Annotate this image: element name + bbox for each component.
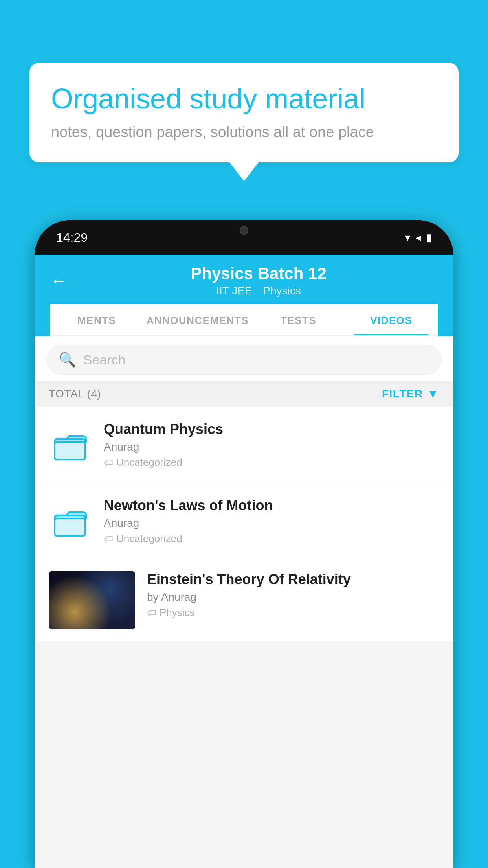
thumbnail-bg xyxy=(49,571,135,629)
video-title: Quantum Physics xyxy=(104,421,439,438)
phone-notch xyxy=(220,220,268,241)
back-button[interactable]: ← xyxy=(50,271,68,291)
video-tag: 🏷 Uncategorized xyxy=(104,456,439,469)
video-info-3: Einstein's Theory Of Relativity by Anura… xyxy=(147,571,439,619)
tab-videos[interactable]: VIDEOS xyxy=(345,304,438,335)
tab-tests[interactable]: TESTS xyxy=(252,304,345,335)
folder-icon xyxy=(53,427,88,463)
video-author: Anurag xyxy=(104,517,439,530)
tab-ments[interactable]: MENTS xyxy=(50,304,143,335)
speech-bubble: Organised study material notes, question… xyxy=(29,63,459,162)
batch-subtitle: IIT JEE Physics xyxy=(79,285,438,297)
batch-subject: Physics xyxy=(263,285,301,297)
video-author: by Anurag xyxy=(147,591,439,603)
speech-bubble-title: Organised study material xyxy=(51,83,437,115)
video-info-1: Quantum Physics Anurag 🏷 Uncategorized xyxy=(104,421,439,469)
tag-label: Uncategorized xyxy=(116,456,182,469)
status-icons: ▾ ◂ ▮ xyxy=(405,232,432,244)
header-title-area: Physics Batch 12 IIT JEE Physics xyxy=(79,264,438,297)
batch-category: IIT JEE xyxy=(216,285,252,297)
signal-icon: ◂ xyxy=(416,232,421,244)
tag-icon: 🏷 xyxy=(104,457,113,468)
filter-button[interactable]: FILTER ▼ xyxy=(382,387,439,401)
search-bar-container: 🔍 Search xyxy=(35,336,453,381)
speech-bubble-subtitle: notes, question papers, solutions all at… xyxy=(51,124,437,141)
tab-bar: MENTS ANNOUNCEMENTS TESTS VIDEOS xyxy=(50,304,438,336)
filter-icon: ▼ xyxy=(427,387,439,401)
list-item[interactable]: Einstein's Theory Of Relativity by Anura… xyxy=(35,559,453,641)
status-time: 14:29 xyxy=(56,230,88,245)
tab-announcements[interactable]: ANNOUNCEMENTS xyxy=(143,304,252,335)
list-item[interactable]: Quantum Physics Anurag 🏷 Uncategorized xyxy=(35,407,453,483)
folder-thumb-1 xyxy=(49,423,92,467)
tag-icon: 🏷 xyxy=(104,533,113,544)
video-info-2: Newton's Laws of Motion Anurag 🏷 Uncateg… xyxy=(104,497,439,545)
video-list: Quantum Physics Anurag 🏷 Uncategorized xyxy=(35,407,453,641)
video-title: Einstein's Theory Of Relativity xyxy=(147,571,439,588)
filter-label: FILTER xyxy=(382,388,423,400)
folder-icon xyxy=(53,504,88,539)
search-bar[interactable]: 🔍 Search xyxy=(46,345,442,375)
search-placeholder: Search xyxy=(83,352,126,368)
phone-frame: 14:29 ▾ ◂ ▮ ← Physics Batch 12 IIT JEE P… xyxy=(35,220,453,868)
video-tag: 🏷 Physics xyxy=(147,607,439,619)
battery-icon: ▮ xyxy=(426,232,432,244)
app-screen: ← Physics Batch 12 IIT JEE Physics MENTS… xyxy=(35,255,453,868)
status-bar: 14:29 ▾ ◂ ▮ xyxy=(35,220,453,255)
tag-label: Physics xyxy=(160,607,195,619)
tag-label: Uncategorized xyxy=(116,533,182,545)
total-count: TOTAL (4) xyxy=(49,388,101,400)
camera-dot xyxy=(240,226,248,235)
app-header: ← Physics Batch 12 IIT JEE Physics MENTS… xyxy=(35,255,453,336)
batch-title: Physics Batch 12 xyxy=(79,264,438,283)
search-icon: 🔍 xyxy=(59,351,76,368)
video-author: Anurag xyxy=(104,441,439,453)
filter-bar: TOTAL (4) FILTER ▼ xyxy=(35,381,453,407)
video-thumbnail xyxy=(49,571,135,629)
video-title: Newton's Laws of Motion xyxy=(104,497,439,514)
video-tag: 🏷 Uncategorized xyxy=(104,533,439,545)
wifi-icon: ▾ xyxy=(405,232,410,244)
tag-icon: 🏷 xyxy=(147,607,156,618)
list-item[interactable]: Newton's Laws of Motion Anurag 🏷 Uncateg… xyxy=(35,483,453,559)
folder-thumb-2 xyxy=(49,500,92,543)
